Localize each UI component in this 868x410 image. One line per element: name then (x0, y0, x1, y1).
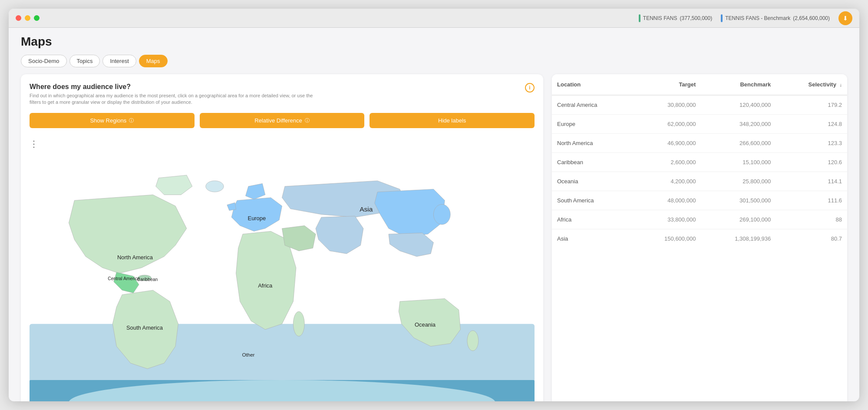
panel-header: Where does my audience live? Find out in… (30, 83, 535, 106)
page-title: Maps (21, 35, 847, 49)
table-row[interactable]: Asia 150,600,000 1,308,199,936 80.7 (552, 229, 847, 248)
cell-selectivity: 124.8 (776, 115, 847, 134)
tab-socio-demo[interactable]: Socio-Demo (21, 55, 67, 67)
relative-difference-label: Relative Difference (254, 117, 302, 124)
tab-maps[interactable]: Maps (139, 55, 168, 67)
cell-target: 48,000,000 (634, 191, 701, 210)
show-regions-icon: ⓘ (129, 117, 134, 124)
cell-selectivity: 123.3 (776, 134, 847, 153)
cell-target: 2,600,000 (634, 153, 701, 172)
data-table: Location Target Benchmark Selectivity ↓ … (552, 74, 847, 248)
cell-benchmark: 25,800,000 (701, 172, 776, 191)
segment1-color-bar (639, 14, 640, 22)
col-header-benchmark: Benchmark (701, 74, 776, 95)
download-icon: ⬇ (843, 15, 848, 22)
table-row[interactable]: Central America 30,800,000 120,400,000 1… (552, 95, 847, 115)
segment2-legend: TENNIS FANS - Benchmark (2,654,600,000) (721, 14, 830, 22)
col-header-selectivity[interactable]: Selectivity ↓ (776, 74, 847, 95)
main-panel: Where does my audience live? Find out in… (21, 74, 847, 401)
segment1-legend: TENNIS FANS (377,500,000) (639, 14, 712, 22)
svg-point-7 (206, 181, 224, 192)
close-button[interactable] (16, 15, 21, 21)
minimize-button[interactable] (25, 15, 30, 21)
show-regions-label: Show Regions (90, 117, 126, 124)
table-row[interactable]: Europe 62,000,000 348,200,000 124.8 (552, 115, 847, 134)
cell-benchmark: 266,600,000 (701, 134, 776, 153)
show-regions-button[interactable]: Show Regions ⓘ (30, 113, 195, 128)
map-label-north-america: North America (117, 254, 153, 261)
map-label-central-america: Central America (108, 276, 140, 281)
tabs: Socio-Demo Topics Interest Maps (21, 55, 847, 67)
svg-point-6 (293, 311, 304, 336)
filter-buttons: Show Regions ⓘ Relative Difference ⓘ Hid… (30, 113, 535, 128)
relative-difference-button[interactable]: Relative Difference ⓘ (200, 113, 365, 128)
cell-selectivity: 179.2 (776, 95, 847, 115)
tab-topics[interactable]: Topics (69, 55, 100, 67)
panel-header-text: Where does my audience live? Find out in… (30, 83, 325, 106)
cell-selectivity: 111.6 (776, 191, 847, 210)
cell-location: Asia (552, 229, 634, 248)
segment1-count: (377,500,000) (680, 15, 712, 21)
table-header: Location Target Benchmark Selectivity ↓ (552, 74, 847, 95)
info-icon[interactable]: i (525, 83, 535, 93)
cell-location: Africa (552, 210, 634, 229)
col-header-location: Location (552, 74, 634, 95)
table-row[interactable]: Africa 33,800,000 269,100,000 88 (552, 210, 847, 229)
panel-title: Where does my audience live? (30, 83, 325, 91)
hide-labels-label: Hide labels (438, 117, 466, 124)
world-map: North America Central America Caribbean … (30, 148, 535, 401)
col-header-target: Target (634, 74, 701, 95)
table-row[interactable]: North America 46,900,000 266,600,000 123… (552, 134, 847, 153)
cell-target: 150,600,000 (634, 229, 701, 248)
panel-subtitle: Find out in which geographical area my a… (30, 93, 325, 106)
right-panel: Location Target Benchmark Selectivity ↓ … (552, 74, 847, 401)
cell-location: Europe (552, 115, 634, 134)
cell-location: South America (552, 191, 634, 210)
map-label-europe: Europe (248, 215, 266, 221)
window-controls (16, 15, 40, 21)
map-label-oceania: Oceania (415, 321, 436, 328)
cell-benchmark: 1,308,199,936 (701, 229, 776, 248)
table-row[interactable]: South America 48,000,000 301,500,000 111… (552, 191, 847, 210)
cell-selectivity: 120.6 (776, 153, 847, 172)
segment1-label: TENNIS FANS (643, 15, 677, 21)
cell-benchmark: 348,200,000 (701, 115, 776, 134)
cell-benchmark: 269,100,000 (701, 210, 776, 229)
map-label-caribbean: Caribbean (137, 277, 158, 282)
table-header-row: Location Target Benchmark Selectivity ↓ (552, 74, 847, 95)
svg-point-5 (467, 331, 479, 351)
cell-benchmark: 15,100,000 (701, 153, 776, 172)
cell-location: Caribbean (552, 153, 634, 172)
segment2-count: (2,654,600,000) (793, 15, 830, 21)
titlebar: TENNIS FANS (377,500,000) TENNIS FANS - … (9, 9, 859, 28)
table-body: Central America 30,800,000 120,400,000 1… (552, 95, 847, 248)
map-label-other: Other (242, 351, 254, 357)
cell-target: 46,900,000 (634, 134, 701, 153)
maximize-button[interactable] (34, 15, 40, 21)
svg-point-4 (433, 204, 450, 225)
cell-location: Central America (552, 95, 634, 115)
cell-location: Oceania (552, 172, 634, 191)
map-label-africa: Africa (258, 282, 273, 288)
left-panel: Where does my audience live? Find out in… (21, 74, 543, 401)
map-container[interactable]: ⋮ (30, 135, 535, 401)
cell-target: 30,800,000 (634, 95, 701, 115)
segment2-color-bar (721, 14, 723, 22)
download-button[interactable]: ⬇ (838, 11, 852, 25)
table-row[interactable]: Oceania 4,200,000 25,800,000 114.1 (552, 172, 847, 191)
table-row[interactable]: Caribbean 2,600,000 15,100,000 120.6 (552, 153, 847, 172)
cell-target: 4,200,000 (634, 172, 701, 191)
map-options-button[interactable]: ⋮ (30, 139, 38, 148)
relative-diff-icon: ⓘ (305, 117, 310, 124)
cell-target: 62,000,000 (634, 115, 701, 134)
cell-location: North America (552, 134, 634, 153)
cell-selectivity: 114.1 (776, 172, 847, 191)
hide-labels-button[interactable]: Hide labels (370, 113, 535, 128)
tab-interest[interactable]: Interest (102, 55, 136, 67)
cell-selectivity: 80.7 (776, 229, 847, 248)
cell-benchmark: 120,400,000 (701, 95, 776, 115)
cell-target: 33,800,000 (634, 210, 701, 229)
cell-benchmark: 301,500,000 (701, 191, 776, 210)
segment2-label: TENNIS FANS - Benchmark (725, 15, 790, 21)
main-content: Maps Socio-Demo Topics Interest Maps Whe… (9, 28, 859, 401)
